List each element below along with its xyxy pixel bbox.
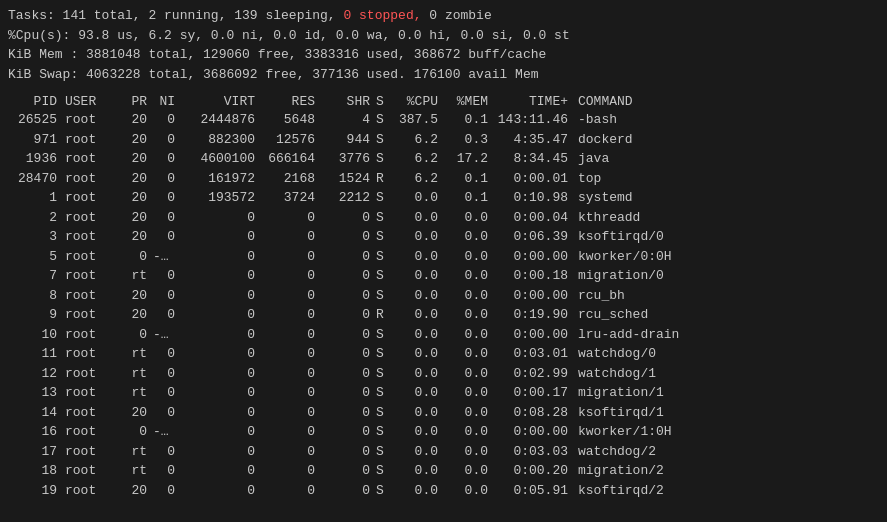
col-header-command: COMMAND (574, 94, 879, 109)
col-mem: 0.1 (444, 110, 494, 130)
col-res: 0 (261, 364, 321, 384)
col-res: 0 (261, 208, 321, 228)
col-virt: 0 (181, 325, 261, 345)
col-s: S (376, 266, 394, 286)
col-user: root (63, 169, 118, 189)
col-virt: 0 (181, 481, 261, 501)
col-header-s: S (376, 94, 394, 109)
col-header-time: TIME+ (494, 94, 574, 109)
col-header-res: RES (261, 94, 321, 109)
col-cpu: 0.0 (394, 227, 444, 247)
col-command: -bash (574, 110, 879, 130)
col-command: migration/2 (574, 461, 879, 481)
swap-line: KiB Swap: 4063228 total, 3686092 free, 3… (8, 65, 879, 85)
col-res: 0 (261, 383, 321, 403)
col-mem: 0.3 (444, 130, 494, 150)
col-virt: 0 (181, 227, 261, 247)
col-cpu: 0.0 (394, 305, 444, 325)
col-mem: 0.0 (444, 364, 494, 384)
col-pr: 20 (118, 110, 153, 130)
col-s: S (376, 422, 394, 442)
col-virt: 0 (181, 208, 261, 228)
col-res: 0 (261, 325, 321, 345)
col-cpu: 0.0 (394, 344, 444, 364)
col-ni: 0 (153, 169, 181, 189)
col-pid: 18 (8, 461, 63, 481)
col-cpu: 0.0 (394, 208, 444, 228)
col-command: kthreadd (574, 208, 879, 228)
table-row: 1root20019357237242212S0.00.10:10.98syst… (8, 188, 879, 208)
col-shr: 0 (321, 364, 376, 384)
col-user: root (63, 403, 118, 423)
col-header-ni: NI (153, 94, 181, 109)
col-shr: 0 (321, 461, 376, 481)
col-virt: 0 (181, 305, 261, 325)
col-cpu: 6.2 (394, 169, 444, 189)
table-row: 19root200000S0.00.00:05.91ksoftirqd/2 (8, 481, 879, 501)
table-row: 10root0-20000S0.00.00:00.00lru-add-drain (8, 325, 879, 345)
table-row: 26525root200244487656484S387.50.1143:11.… (8, 110, 879, 130)
col-pr: 20 (118, 403, 153, 423)
col-s: S (376, 286, 394, 306)
col-shr: 0 (321, 422, 376, 442)
col-pid: 16 (8, 422, 63, 442)
col-user: root (63, 442, 118, 462)
col-s: S (376, 403, 394, 423)
col-shr: 3776 (321, 149, 376, 169)
col-res: 0 (261, 442, 321, 462)
table-row: 28470root20016197221681524R6.20.10:00.01… (8, 169, 879, 189)
col-virt: 161972 (181, 169, 261, 189)
table-row: 9root200000R0.00.00:19.90rcu_sched (8, 305, 879, 325)
table-row: 7rootrt0000S0.00.00:00.18migration/0 (8, 266, 879, 286)
col-time: 0:00.01 (494, 169, 574, 189)
col-cpu: 0.0 (394, 188, 444, 208)
col-command: java (574, 149, 879, 169)
col-ni: -20 (153, 422, 181, 442)
col-header-pid: PID (8, 94, 63, 109)
col-command: ksoftirqd/2 (574, 481, 879, 501)
col-command: lru-add-drain (574, 325, 879, 345)
col-user: root (63, 344, 118, 364)
col-mem: 0.1 (444, 188, 494, 208)
col-ni: 0 (153, 149, 181, 169)
col-shr: 0 (321, 286, 376, 306)
col-time: 0:08.28 (494, 403, 574, 423)
col-user: root (63, 422, 118, 442)
col-s: R (376, 305, 394, 325)
col-cpu: 0.0 (394, 422, 444, 442)
col-cpu: 0.0 (394, 266, 444, 286)
col-res: 0 (261, 422, 321, 442)
col-res: 0 (261, 403, 321, 423)
col-time: 0:00.00 (494, 247, 574, 267)
col-ni: 0 (153, 227, 181, 247)
col-time: 8:34.45 (494, 149, 574, 169)
col-cpu: 0.0 (394, 403, 444, 423)
col-s: S (376, 247, 394, 267)
table-body: 26525root200244487656484S387.50.1143:11.… (8, 110, 879, 500)
col-res: 0 (261, 305, 321, 325)
col-command: ksoftirqd/1 (574, 403, 879, 423)
col-ni: -20 (153, 247, 181, 267)
col-shr: 0 (321, 344, 376, 364)
col-shr: 0 (321, 208, 376, 228)
col-shr: 0 (321, 383, 376, 403)
col-pr: 0 (118, 247, 153, 267)
col-pid: 1936 (8, 149, 63, 169)
col-mem: 0.0 (444, 286, 494, 306)
col-command: watchdog/0 (574, 344, 879, 364)
col-virt: 0 (181, 403, 261, 423)
col-pid: 14 (8, 403, 63, 423)
col-s: S (376, 149, 394, 169)
col-virt: 0 (181, 266, 261, 286)
col-virt: 0 (181, 461, 261, 481)
col-time: 0:00.00 (494, 325, 574, 345)
col-time: 0:03.03 (494, 442, 574, 462)
col-shr: 2212 (321, 188, 376, 208)
col-mem: 0.0 (444, 227, 494, 247)
col-time: 0:10.98 (494, 188, 574, 208)
col-cpu: 6.2 (394, 149, 444, 169)
col-pr: rt (118, 461, 153, 481)
table-row: 971root20088230012576944S6.20.34:35.47do… (8, 130, 879, 150)
col-cpu: 0.0 (394, 481, 444, 501)
col-shr: 1524 (321, 169, 376, 189)
